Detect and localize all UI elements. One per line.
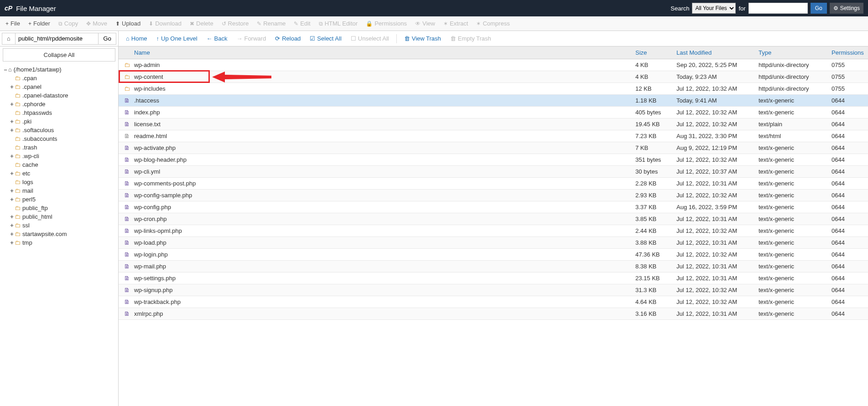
tree-item[interactable]: –⌂(/home1/startawp): [3, 65, 115, 74]
nav-view-trash-button[interactable]: 🗑View Trash: [400, 33, 445, 44]
file-modified: Today, 9:23 AM: [676, 73, 759, 80]
column-modified[interactable]: Last Modified: [676, 49, 759, 56]
toolbar-upload-button[interactable]: ⬆Upload: [112, 18, 144, 29]
tree-toggle-icon[interactable]: –: [3, 66, 8, 73]
file-name: wp-cli.yml: [134, 168, 635, 175]
file-list: 🗀wp-admin4 KBSep 20, 2022, 5:25 PMhttpd/…: [119, 59, 868, 406]
file-row[interactable]: 🗎.htaccess1.18 KBToday, 9:41 AMtext/x-ge…: [119, 95, 868, 107]
tree-toggle-icon[interactable]: +: [9, 170, 15, 177]
tree-toggle-icon[interactable]: +: [9, 118, 15, 125]
search-go-button[interactable]: Go: [811, 3, 827, 14]
tree-toggle-icon[interactable]: +: [9, 239, 15, 246]
tree-item[interactable]: 🗀.htpasswds: [3, 108, 115, 117]
tree-label: etc: [22, 170, 30, 177]
file-row[interactable]: 🗎wp-settings.php23.15 KBJul 12, 2022, 10…: [119, 272, 868, 284]
file-size: 4 KB: [635, 62, 676, 68]
tree-item[interactable]: 🗀.trash: [3, 143, 115, 152]
tree-item[interactable]: +🗀public_html: [3, 212, 115, 221]
toolbar-label: File: [10, 20, 20, 27]
file-size: 23.15 KB: [635, 275, 676, 282]
tree-item[interactable]: 🗀.subaccounts: [3, 134, 115, 143]
toolbar-file-button[interactable]: +File: [2, 18, 24, 29]
tree-item[interactable]: +🗀.cphorde: [3, 100, 115, 108]
tree-item[interactable]: +🗀.cpanel: [3, 82, 115, 91]
settings-button[interactable]: ⚙ Settings: [830, 3, 863, 14]
file-row[interactable]: 🗎wp-comments-post.php2.28 KBJul 12, 2022…: [119, 178, 868, 190]
column-size[interactable]: Size: [635, 49, 676, 56]
nav-back-button[interactable]: ←Back: [203, 33, 231, 44]
column-permissions[interactable]: Permissions: [832, 49, 868, 56]
folder-icon: 🗀: [15, 135, 21, 142]
search-input[interactable]: [748, 3, 808, 14]
file-row[interactable]: 🗎wp-activate.php7 KBAug 9, 2022, 12:19 P…: [119, 142, 868, 154]
tree-item[interactable]: +🗀tmp: [3, 238, 115, 247]
toolbar-label: HTML Editor: [325, 20, 358, 27]
tree-label: public_html: [22, 213, 52, 220]
file-modified: Jul 12, 2022, 10:31 AM: [676, 310, 759, 317]
tree-toggle-icon[interactable]: +: [9, 196, 15, 203]
nav-home-button[interactable]: ⌂Home: [122, 33, 151, 44]
tree-item[interactable]: 🗀cache: [3, 160, 115, 169]
nav-label: Up One Level: [161, 35, 198, 42]
tree-toggle-icon[interactable]: +: [9, 231, 15, 237]
tree-toggle-icon[interactable]: +: [9, 127, 15, 134]
file-row[interactable]: 🗎xmlrpc.php3.16 KBJul 12, 2022, 10:31 AM…: [119, 308, 868, 320]
tree-item[interactable]: +🗀mail: [3, 186, 115, 195]
toolbar-icon: ✎: [294, 21, 298, 27]
tree-toggle-icon[interactable]: +: [9, 83, 15, 90]
tree-toggle-icon[interactable]: +: [9, 187, 15, 194]
nav-up-one-level-button[interactable]: ↑Up One Level: [153, 33, 201, 44]
tree-item[interactable]: +🗀.pki: [3, 117, 115, 126]
file-row[interactable]: 🗎wp-login.php47.36 KBJul 12, 2022, 10:32…: [119, 249, 868, 261]
file-row[interactable]: 🗎wp-config.php3.37 KBAug 16, 2022, 3:59 …: [119, 201, 868, 213]
folder-icon: 🗀: [15, 205, 21, 211]
tree-item[interactable]: +🗀.softaculous: [3, 126, 115, 134]
file-row[interactable]: 🗎wp-blog-header.php351 bytesJul 12, 2022…: [119, 154, 868, 166]
nav-reload-button[interactable]: ⟳Reload: [271, 33, 304, 44]
file-row[interactable]: 🗎wp-links-opml.php2.44 KBJul 12, 2022, 1…: [119, 225, 868, 237]
path-home-button[interactable]: ⌂: [2, 33, 16, 45]
nav-select-all-button[interactable]: ☑Select All: [306, 33, 345, 44]
file-modified: Jul 12, 2022, 10:32 AM: [676, 156, 759, 163]
tree-item[interactable]: +🗀perl5: [3, 195, 115, 204]
nav-label: View Trash: [412, 35, 441, 42]
file-icon: 🗎: [124, 251, 130, 258]
tree-item[interactable]: +🗀.wp-cli: [3, 152, 115, 160]
tree-toggle-icon[interactable]: +: [9, 213, 15, 220]
file-row[interactable]: 🗎wp-config-sample.php2.93 KBJul 12, 2022…: [119, 190, 868, 201]
column-type[interactable]: Type: [759, 49, 832, 56]
file-row[interactable]: 🗎wp-cli.yml30 bytesJul 12, 2022, 10:37 A…: [119, 166, 868, 178]
collapse-all-button[interactable]: Collapse All: [3, 48, 115, 62]
tree-item[interactable]: +🗀ssl: [3, 221, 115, 230]
file-row[interactable]: 🗎wp-cron.php3.85 KBJul 12, 2022, 10:31 A…: [119, 213, 868, 225]
file-row[interactable]: 🗎wp-trackback.php4.64 KBJul 12, 2022, 10…: [119, 296, 868, 308]
tree-item[interactable]: 🗀public_ftp: [3, 204, 115, 212]
file-row[interactable]: 🗎wp-signup.php31.3 KBJul 12, 2022, 10:32…: [119, 284, 868, 296]
tree-item[interactable]: +🗀etc: [3, 169, 115, 178]
file-row[interactable]: 🗀wp-includes12 KBJul 12, 2022, 10:32 AMh…: [119, 83, 868, 95]
path-go-button[interactable]: Go: [99, 33, 116, 45]
file-row[interactable]: 🗀wp-content4 KBToday, 9:23 AMhttpd/unix-…: [119, 71, 868, 83]
tree-toggle-icon[interactable]: +: [9, 101, 15, 108]
file-row[interactable]: 🗀wp-admin4 KBSep 20, 2022, 5:25 PMhttpd/…: [119, 59, 868, 71]
path-input[interactable]: [16, 33, 99, 45]
tree-item[interactable]: 🗀logs: [3, 178, 115, 186]
tree-item[interactable]: 🗀.cpan: [3, 74, 115, 82]
file-row[interactable]: 🗎wp-mail.php8.38 KBJul 12, 2022, 10:31 A…: [119, 261, 868, 272]
tree-item[interactable]: 🗀.cpanel-datastore: [3, 91, 115, 100]
toolbar-folder-button[interactable]: +Folder: [25, 18, 54, 29]
file-name: wp-cron.php: [134, 216, 635, 222]
search-scope-select[interactable]: All Your Files: [692, 3, 736, 14]
file-row[interactable]: 🗎wp-load.php3.88 KBJul 12, 2022, 10:31 A…: [119, 237, 868, 249]
tree-item[interactable]: +🗀startawpsite.com: [3, 230, 115, 238]
file-row[interactable]: 🗎readme.html7.23 KBAug 31, 2022, 3:30 PM…: [119, 130, 868, 142]
file-type: text/x-generic: [759, 204, 832, 211]
tree-toggle-icon[interactable]: +: [9, 222, 15, 229]
nav-icon: 🗑: [404, 35, 410, 42]
tree-toggle-icon[interactable]: +: [9, 153, 15, 159]
file-row[interactable]: 🗎license.txt19.45 KBJul 12, 2022, 10:32 …: [119, 118, 868, 130]
column-name[interactable]: Name: [134, 49, 635, 56]
file-icon: 🗎: [124, 263, 130, 270]
file-row[interactable]: 🗎index.php405 bytesJul 12, 2022, 10:32 A…: [119, 107, 868, 118]
file-type: httpd/unix-directory: [759, 85, 832, 92]
